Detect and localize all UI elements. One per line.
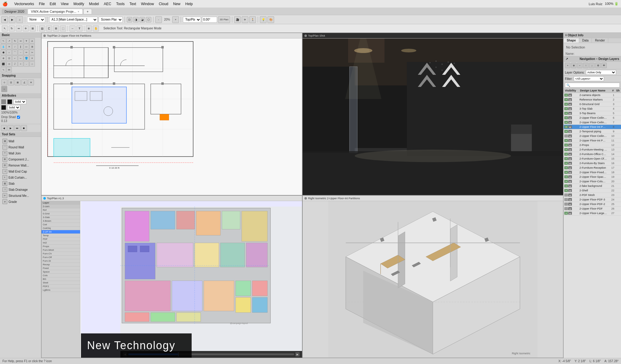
menu-view[interactable]: View	[61, 2, 69, 6]
vis-icon-1-4[interactable]: ●	[564, 107, 568, 110]
vis-icon-1-20[interactable]: ●	[564, 180, 568, 183]
dl-row-24[interactable]: ○◐2-Upper Floor-PDF-324	[564, 197, 621, 202]
window-btn[interactable]: ⊞	[53, 25, 59, 31]
mini-row-8[interactable]: 2-UF Int	[42, 230, 80, 234]
toolset-wall-end-cap[interactable]: ⊣ Wall End Cap	[1, 168, 40, 174]
dl-up-btn[interactable]: ↑	[583, 63, 589, 68]
vis-icon-1-7[interactable]: ●	[564, 121, 568, 124]
vis-icon-2-24[interactable]: ◐	[568, 198, 572, 201]
vis-icon-1-3[interactable]: ●	[564, 103, 568, 106]
walk-btn[interactable]: 🚶	[249, 16, 256, 23]
hatch-tool[interactable]: ≡	[29, 55, 35, 61]
vis-icon-2-18[interactable]: ◐	[568, 171, 572, 174]
vis-icon-2-17[interactable]: ◐	[568, 166, 572, 169]
dl-row-9[interactable]: ●◐2-Temporal piping9	[564, 129, 621, 134]
vis-icon-2-25[interactable]: ◐	[568, 203, 572, 206]
snap-edge-btn[interactable]: ⊠	[15, 79, 21, 85]
vis-icon-2-6[interactable]: ◐	[568, 116, 572, 119]
menu-new[interactable]: New	[173, 2, 180, 6]
vis-icon-2-4[interactable]: ◐	[568, 107, 572, 110]
mini-row-13[interactable]: Furn-Meet	[42, 248, 80, 252]
dbl-line-tool[interactable]: ∥	[18, 44, 23, 49]
vp-playpause-btn[interactable]: ▶	[8, 125, 14, 131]
space-btn[interactable]: ⬚	[60, 25, 66, 31]
mini-row-1[interactable]: 2-cam	[42, 205, 80, 208]
fill-color-swatch[interactable]	[1, 99, 6, 104]
dim-btn[interactable]: ↔	[69, 25, 76, 31]
wireframe-btn[interactable]: ⊡	[127, 17, 132, 22]
document-tab[interactable]: VWX-Active Campaign Proje... ×	[28, 9, 83, 14]
vis-icon-1-16[interactable]: ●	[564, 162, 568, 165]
walls-btn[interactable]: ▤	[39, 25, 45, 31]
vis-icon-1-1[interactable]: ●	[564, 94, 568, 97]
mini-row-7[interactable]: CeilObj	[42, 227, 80, 230]
apple-menu[interactable]: 🍎	[2, 2, 8, 6]
arrow-tool[interactable]: ↖	[1, 38, 6, 44]
object-info-tab-data[interactable]: Data	[579, 38, 592, 43]
vis-icon-1-12[interactable]: ●	[564, 144, 568, 147]
object-info-tab-render[interactable]: Render	[592, 38, 608, 43]
dl-row-19[interactable]: ●◐2-Upper Floor-Space objects19	[564, 175, 621, 179]
dl-row-2[interactable]: ●◐Reference Markers2	[564, 98, 621, 102]
view-select[interactable]: None	[27, 17, 45, 23]
solid-sub-tool[interactable]: -	[24, 61, 29, 67]
dl-row-25[interactable]: ○◐2-Upper Floor-PDF-225	[564, 202, 621, 207]
dl-row-5[interactable]: ●◐3-Top Beams5	[564, 111, 621, 116]
vis-icon-2-16[interactable]: ◐	[568, 162, 572, 165]
dl-row-21[interactable]: ●◐2-fake background21	[564, 184, 621, 188]
vis-icon-1-10[interactable]: ○	[564, 134, 568, 137]
rotate-tool[interactable]: ↻	[12, 38, 18, 44]
mini-row-18[interactable]: Fixed	[42, 266, 80, 270]
vis-icon-2-23[interactable]: ◐	[568, 194, 572, 197]
rotate-btn[interactable]: ↻	[9, 25, 15, 31]
mini-row-6[interactable]: Ceil	[42, 223, 80, 227]
poly-tool[interactable]: ⬟	[1, 50, 6, 55]
vis-icon-1-8[interactable]: ●	[564, 125, 568, 128]
mini-row-21[interactable]: BG	[42, 277, 80, 281]
move-btn[interactable]: ✛	[23, 25, 29, 31]
solid-add-tool[interactable]: +	[18, 61, 23, 67]
menu-file[interactable]: File	[39, 2, 45, 6]
stroke-color-swatch[interactable]	[7, 99, 12, 104]
2d-plan-btn[interactable]: 2D Plan	[218, 16, 230, 23]
toolset-edit-curtain[interactable]: ⊧ Edit Curtain...	[1, 174, 40, 180]
vis-icon-1-25[interactable]: ○	[564, 203, 568, 206]
dl-row-17[interactable]: ●◐2-Furniture-Reception17	[564, 166, 621, 170]
light-btn[interactable]: 💡	[260, 16, 267, 23]
dl-row-20[interactable]: ●◐2-Upper Floor-Columns20	[564, 179, 621, 184]
dl-row-6[interactable]: ●◐2-Upper Floor-Ceiling lines6	[564, 116, 621, 120]
dl-row-4[interactable]: ●◐3-Top Slab4	[564, 107, 621, 111]
stroke-type-select[interactable]: Solid	[7, 105, 20, 110]
dl-row-15[interactable]: ●◐2-Furniture-Open Offices15	[564, 157, 621, 161]
vis-icon-2-21[interactable]: ◐	[568, 184, 572, 187]
mini-row-17[interactable]: Recep	[42, 263, 80, 266]
view3d-btn[interactable]: ⬡	[146, 17, 151, 22]
vis-icon-1-22[interactable]: ●	[564, 189, 568, 192]
zoom-out-btn[interactable]: -	[155, 16, 162, 23]
vis-icon-1-15[interactable]: ●	[564, 157, 568, 160]
dl-view-btn[interactable]: 👁	[601, 63, 607, 68]
menu-edit[interactable]: Edit	[50, 2, 56, 6]
snapping-section-header[interactable]: Snapping	[0, 73, 41, 78]
loft-tool[interactable]: ⋈	[6, 67, 12, 72]
toolset-structural-me[interactable]: ⊨ Structural Me...	[1, 193, 40, 199]
dl-del-btn[interactable]: −	[577, 63, 582, 68]
dl-new-btn[interactable]: +	[565, 63, 570, 68]
iso-canvas[interactable]: Right Isometric	[303, 201, 563, 358]
rect-center-tool[interactable]: ⊞	[29, 44, 35, 49]
vis-icon-1-2[interactable]: ●	[564, 98, 568, 101]
mini-row-5[interactable]: 3-Beam	[42, 219, 80, 223]
mirror-btn[interactable]: ⇔	[16, 25, 22, 31]
viewport-3d[interactable]: Top/Plan Sht4	[302, 33, 563, 195]
dl-row-10[interactable]: ○◐2-Upper Floor-Ceiling PDF10	[564, 134, 621, 138]
vp-record-btn[interactable]: ⏺	[21, 125, 27, 131]
dl-row-12[interactable]: ●◐2-Props12	[564, 143, 621, 147]
menu-modify[interactable]: Modify	[73, 2, 84, 6]
vis-icon-1-26[interactable]: ○	[564, 207, 568, 210]
toolset-component-j[interactable]: ⊞ Component J...	[1, 156, 40, 162]
view-mode-select[interactable]: Screen Plane	[99, 17, 123, 23]
dl-settings-btn[interactable]: ⚙	[595, 63, 601, 68]
toolset-wall[interactable]: ▤ Wall	[1, 138, 40, 144]
snap-off-btn[interactable]: ○	[1, 86, 7, 92]
zoom-btn[interactable]: ⊕	[86, 25, 92, 31]
